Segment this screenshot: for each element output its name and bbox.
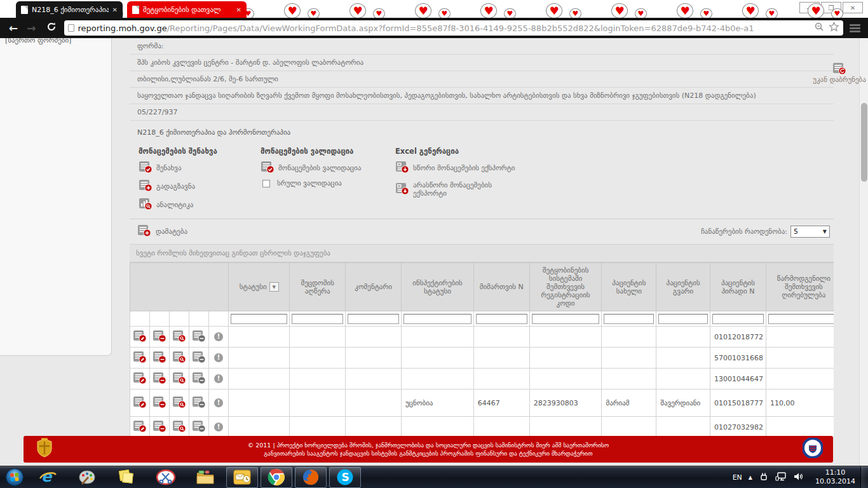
browser-menu-icon[interactable] — [850, 24, 860, 32]
view-icon[interactable] — [170, 417, 189, 438]
remove-icon[interactable] — [150, 390, 170, 417]
info-icon[interactable]: ! — [209, 369, 229, 390]
validate-button[interactable]: მონაცემების ვალიდაცია — [261, 161, 395, 175]
info-icon[interactable]: ! — [209, 327, 229, 348]
language-indicator[interactable]: EN — [733, 473, 742, 482]
taskbar-internet-explorer-icon[interactable]: e — [28, 467, 67, 488]
column-header[interactable]: შეცდომის აღწერა — [290, 263, 346, 311]
column-filter-input[interactable] — [712, 314, 764, 324]
taskbar-sticky-notes-icon[interactable] — [107, 467, 146, 488]
remove-icon[interactable] — [150, 369, 170, 390]
url-bar[interactable]: reporting.moh.gov.ge/Reporting/Pages/Dat… — [64, 20, 843, 36]
disable-icon[interactable] — [189, 327, 209, 348]
info-icon[interactable]: ! — [209, 390, 229, 417]
disable-icon[interactable] — [189, 390, 209, 417]
remove-icon[interactable] — [150, 327, 170, 348]
column-header[interactable]: მიმართვის N — [473, 263, 529, 311]
remove-icon[interactable] — [150, 417, 170, 438]
column-filter-input[interactable] — [658, 314, 708, 324]
taskbar-snipping-tool-icon[interactable] — [146, 467, 186, 488]
column-header[interactable]: შეტყობინების სისტემაში შემთხვევის რეგისტ… — [529, 263, 602, 311]
bookmark-star-icon[interactable] — [829, 22, 839, 34]
back-icon[interactable]: ← — [9, 22, 18, 34]
status-filter-dropdown-icon[interactable]: ▼ — [269, 282, 279, 292]
records-count-value: 5 — [794, 227, 798, 236]
column-header[interactable]: პაციენტის გვარი — [656, 263, 710, 311]
send-button[interactable]: გადაგზავნა — [139, 179, 261, 194]
edit-icon[interactable] — [130, 369, 150, 390]
browser-tab-inactive[interactable]: N218_6 ქიმიოთერაპია დ ✕ — [16, 1, 123, 18]
chevron-down-icon: ▼ — [823, 229, 827, 234]
edit-icon[interactable] — [130, 327, 150, 348]
edit-icon[interactable] — [130, 390, 150, 417]
browser-scrollbar[interactable] — [859, 38, 868, 466]
column-filter-input[interactable] — [348, 314, 399, 324]
export-invalid-button[interactable]: არასწორი მონაცემების ექსპორტი — [395, 181, 517, 198]
taskbar-clock[interactable]: 11:10 10.03.2014 — [815, 468, 855, 486]
reload-icon[interactable] — [46, 22, 57, 34]
column-filter-input[interactable] — [231, 314, 287, 324]
tab-close-icon[interactable]: ✕ — [112, 6, 118, 13]
view-icon[interactable] — [170, 390, 189, 417]
column-header[interactable]: ინსპექტირების სტატუსი — [402, 263, 474, 311]
taskbar-outlook-button[interactable] — [226, 467, 258, 488]
taskbar-paint-icon[interactable] — [67, 467, 107, 488]
column-filter-input[interactable] — [532, 314, 600, 324]
tray-expand-icon[interactable]: ▲ — [749, 475, 752, 480]
taskbar-explorer-icon[interactable] — [186, 467, 225, 488]
column-header[interactable]: პაციენტის სახელი — [602, 263, 656, 311]
browser-tab-active[interactable]: შეტყობინების დათვალ ✕ — [127, 1, 247, 18]
column-header[interactable]: სტატუსი▼ — [229, 263, 290, 311]
start-button[interactable] — [1, 467, 28, 488]
show-desktop-button[interactable] — [860, 466, 868, 488]
back-return-button[interactable]: უკან დაბრუნება — [812, 62, 867, 84]
table-cell — [229, 390, 290, 417]
records-count-select[interactable]: 5 ▼ — [790, 226, 830, 238]
validate-label: მონაცემების ვალიდაცია — [278, 164, 361, 172]
window-restore-button[interactable]: ❐ — [821, 2, 841, 13]
power-plug-icon[interactable] — [759, 471, 769, 484]
full-validation-option[interactable]: სრული ვალიდაცია — [261, 179, 395, 187]
edit-icon[interactable] — [130, 348, 150, 369]
tab-close-icon[interactable]: ✕ — [236, 6, 241, 13]
full-validation-checkbox[interactable] — [262, 180, 270, 187]
table-cell — [656, 369, 710, 390]
info-icon[interactable]: ! — [209, 417, 229, 438]
table-cell — [290, 327, 346, 348]
column-filter-input[interactable] — [476, 314, 527, 324]
taskbar-chrome-button[interactable] — [261, 467, 292, 488]
column-header[interactable]: წარმოდგენილი შემთხვევის ღირებულება — [766, 263, 834, 311]
table-cell — [473, 327, 529, 348]
edit-icon[interactable] — [130, 417, 150, 438]
volume-icon[interactable] — [793, 471, 804, 484]
view-icon[interactable] — [170, 348, 189, 369]
column-header[interactable]: პაციენტის პირადი N — [710, 263, 766, 311]
back-return-label: უკან დაბრუნება — [812, 76, 867, 84]
zoom-out-icon[interactable] — [815, 22, 824, 34]
table-cell — [290, 417, 346, 438]
info-icon[interactable]: ! — [209, 348, 229, 369]
disable-icon[interactable] — [189, 348, 209, 369]
add-record-button[interactable]: დამატება — [137, 224, 187, 239]
save-button[interactable]: შენახვა — [139, 161, 261, 175]
table-cell — [290, 369, 346, 390]
column-filter-input[interactable] — [768, 314, 834, 324]
export-valid-button[interactable]: სწორი მონაცემების ექსპორტი — [395, 161, 517, 175]
column-header[interactable]: კომენტარი — [346, 263, 402, 311]
disable-icon[interactable] — [189, 369, 209, 390]
column-filter-input[interactable] — [292, 314, 343, 324]
forward-icon[interactable]: → — [27, 22, 36, 34]
taskbar-firefox-button[interactable] — [295, 467, 327, 488]
scrollbar-thumb[interactable] — [861, 103, 867, 182]
remove-icon[interactable] — [150, 348, 170, 369]
taskbar-skype-button[interactable]: S — [329, 467, 361, 488]
window-minimize-button[interactable]: — — [799, 2, 820, 13]
window-close-button[interactable]: ✕ — [843, 2, 863, 13]
column-filter-input[interactable] — [403, 314, 471, 324]
disable-icon[interactable] — [189, 417, 209, 438]
column-filter-input[interactable] — [604, 314, 654, 324]
network-icon[interactable] — [775, 471, 787, 484]
view-icon[interactable] — [170, 327, 189, 348]
view-icon[interactable] — [170, 369, 189, 390]
analytics-button[interactable]: ანალიტიკა — [139, 198, 261, 212]
